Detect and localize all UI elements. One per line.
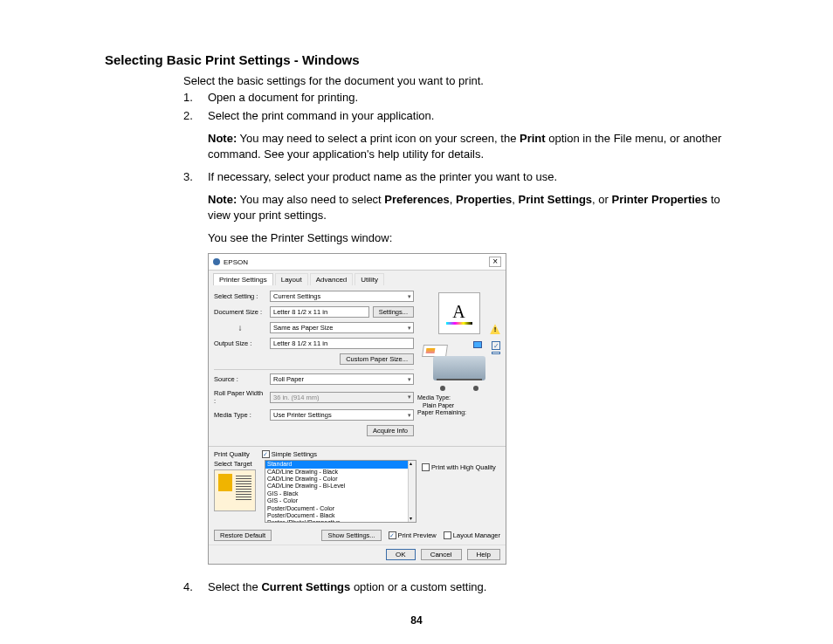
tab-layout[interactable]: Layout [275,273,308,285]
label-roll-width: Roll Paper Width : [214,389,266,405]
dialog-titlebar: EPSON × [209,254,506,271]
note-1: Note: You may need to select a print ico… [208,131,746,161]
step-1: Open a document for printing. [183,91,746,104]
output-size-field[interactable]: Letter 8 1/2 x 11 in [270,338,414,349]
printer-icon [424,339,494,387]
settings-button[interactable]: Settings... [373,306,414,318]
print-preview-checkbox[interactable]: ✓Print Preview [389,531,437,539]
custom-paper-size-button[interactable]: Custom Paper Size... [340,353,414,365]
printer-settings-dialog: EPSON × Printer Settings Layout Advanced… [208,253,506,565]
ok-button[interactable]: OK [386,549,416,560]
arrow-down-icon: ↓ [214,323,266,332]
reduce-enlarge-combobox[interactable]: Same as Paper Size [270,322,414,333]
select-setting-combobox[interactable]: Current Settings [270,291,414,302]
cancel-button[interactable]: Cancel [421,549,462,560]
note-2: Note: You may also need to select Prefer… [208,192,746,223]
label-print-quality: Print Quality [214,450,250,458]
see-window-text: You see the Printer Settings window: [208,231,746,244]
label-select-setting: Select Setting : [214,292,266,300]
label-document-size: Document Size : [214,308,266,316]
high-quality-checkbox[interactable]: Print with High Quality [422,463,496,471]
simple-settings-checkbox[interactable]: ✓Simple Settings [262,450,317,458]
source-combobox[interactable]: Roll Paper [270,373,414,385]
restore-default-button[interactable]: Restore Default [214,530,272,541]
roll-width-combobox[interactable]: 36 in. (914 mm) [270,392,414,403]
color-bar-icon [446,322,472,325]
intro-text: Select the basic settings for the docume… [183,74,746,87]
media-info: Media Type: Plain Paper Paper Remaining: [417,394,500,416]
page-number: 84 [0,614,833,627]
show-settings-button[interactable]: Show Settings... [321,530,381,541]
label-media-type: Media Type : [214,411,266,419]
tab-printer-settings[interactable]: Printer Settings [213,273,273,285]
acquire-info-button[interactable]: Acquire Info [367,425,414,436]
layout-manager-checkbox[interactable]: Layout Manager [444,531,500,539]
page-title: Selecting Basic Print Settings - Windows [105,52,746,67]
step-3: If necessary, select your product name a… [183,170,746,565]
select-target-listbox[interactable]: Standard CAD/Line Drawing - Black CAD/Li… [265,460,416,523]
tab-utility[interactable]: Utility [355,273,384,285]
target-preview-icon [214,469,256,511]
warning-icon: ! [490,324,500,334]
label-source: Source : [214,375,266,383]
tab-advanced[interactable]: Advanced [310,273,354,285]
dialog-tabs: Printer Settings Layout Advanced Utility [209,271,506,285]
paper-preview: A [438,292,480,334]
help-button[interactable]: Help [467,549,500,560]
media-type-combobox[interactable]: Use Printer Settings [270,409,414,421]
label-select-target: Select Target [214,460,259,468]
step-4: Select the Current Settings option or a … [183,580,746,593]
close-button[interactable]: × [489,257,501,267]
label-output-size: Output Size : [214,339,266,347]
dialog-brand: EPSON [224,258,248,266]
listbox-scrollbar[interactable] [408,461,416,522]
epson-logo-icon [213,258,220,265]
status-indicator: ✓ [492,341,500,354]
document-size-field[interactable]: Letter 8 1/2 x 11 in [270,306,369,318]
step-2: Select the print command in your applica… [183,109,746,161]
